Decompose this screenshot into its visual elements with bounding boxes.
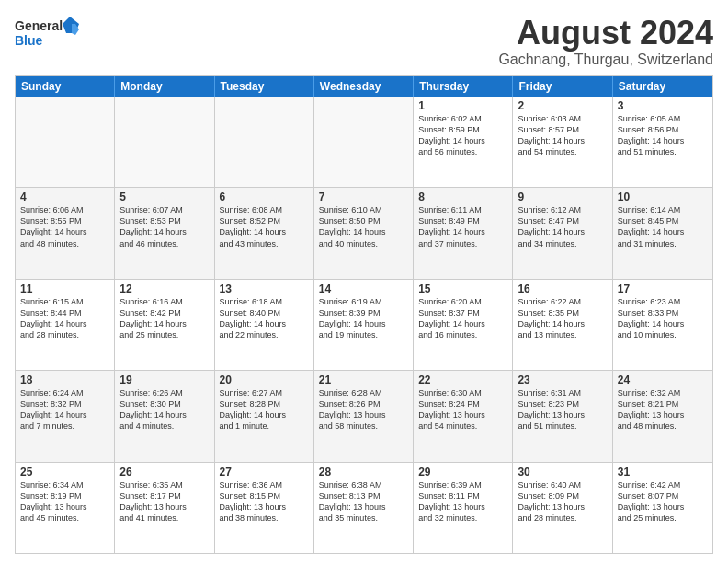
day-info-31: Sunrise: 6:42 AMSunset: 8:07 PMDaylight:… <box>618 479 708 524</box>
header-tuesday: Tuesday <box>215 76 314 97</box>
day-number-27: 27 <box>220 465 309 478</box>
calendar-header: Sunday Monday Tuesday Wednesday Thursday… <box>16 76 712 97</box>
day-number-17: 17 <box>618 282 708 295</box>
header-monday: Monday <box>115 76 214 97</box>
day-number-19: 19 <box>119 373 209 386</box>
day-cell-12: 12Sunrise: 6:16 AMSunset: 8:42 PMDayligh… <box>115 280 214 370</box>
day-cell-23: 23Sunrise: 6:31 AMSunset: 8:23 PMDayligh… <box>513 371 612 461</box>
day-info-4: Sunrise: 6:06 AMSunset: 8:55 PMDaylight:… <box>20 204 109 249</box>
day-cell-8: 8Sunrise: 6:11 AMSunset: 8:49 PMDaylight… <box>414 188 513 278</box>
day-number-26: 26 <box>119 465 209 478</box>
day-cell-5: 5Sunrise: 6:07 AMSunset: 8:53 PMDaylight… <box>115 188 214 278</box>
day-info-23: Sunrise: 6:31 AMSunset: 8:23 PMDaylight:… <box>518 387 607 432</box>
day-number-5: 5 <box>119 190 209 203</box>
day-cell-13: 13Sunrise: 6:18 AMSunset: 8:40 PMDayligh… <box>215 280 314 370</box>
day-info-16: Sunrise: 6:22 AMSunset: 8:35 PMDaylight:… <box>518 296 607 341</box>
day-number-16: 16 <box>518 282 607 295</box>
day-number-8: 8 <box>418 190 507 203</box>
day-cell-1: 1Sunrise: 6:02 AMSunset: 8:59 PMDaylight… <box>414 97 513 187</box>
day-cell-29: 29Sunrise: 6:39 AMSunset: 8:11 PMDayligh… <box>414 463 513 553</box>
svg-text:Blue: Blue <box>15 33 43 48</box>
day-info-13: Sunrise: 6:18 AMSunset: 8:40 PMDaylight:… <box>220 296 309 341</box>
day-info-24: Sunrise: 6:32 AMSunset: 8:21 PMDaylight:… <box>618 387 708 432</box>
day-number-13: 13 <box>220 282 309 295</box>
day-info-30: Sunrise: 6:40 AMSunset: 8:09 PMDaylight:… <box>518 479 607 524</box>
header-friday: Friday <box>513 76 612 97</box>
day-cell-18: 18Sunrise: 6:24 AMSunset: 8:32 PMDayligh… <box>16 371 115 461</box>
calendar: Sunday Monday Tuesday Wednesday Thursday… <box>15 75 713 554</box>
day-number-2: 2 <box>518 99 607 112</box>
day-info-25: Sunrise: 6:34 AMSunset: 8:19 PMDaylight:… <box>20 479 109 524</box>
day-number-3: 3 <box>618 99 708 112</box>
day-number-20: 20 <box>220 373 309 386</box>
day-cell-27: 27Sunrise: 6:36 AMSunset: 8:15 PMDayligh… <box>215 463 314 553</box>
day-number-10: 10 <box>618 190 708 203</box>
empty-cell-w0c3 <box>314 97 414 187</box>
day-info-11: Sunrise: 6:15 AMSunset: 8:44 PMDaylight:… <box>20 296 109 341</box>
day-info-7: Sunrise: 6:10 AMSunset: 8:50 PMDaylight:… <box>319 204 408 249</box>
day-cell-10: 10Sunrise: 6:14 AMSunset: 8:45 PMDayligh… <box>613 188 712 278</box>
day-cell-24: 24Sunrise: 6:32 AMSunset: 8:21 PMDayligh… <box>613 371 712 461</box>
day-info-18: Sunrise: 6:24 AMSunset: 8:32 PMDaylight:… <box>20 387 109 432</box>
day-cell-3: 3Sunrise: 6:05 AMSunset: 8:56 PMDaylight… <box>613 97 712 187</box>
day-info-3: Sunrise: 6:05 AMSunset: 8:56 PMDaylight:… <box>618 113 708 158</box>
day-cell-22: 22Sunrise: 6:30 AMSunset: 8:24 PMDayligh… <box>414 371 513 461</box>
day-info-17: Sunrise: 6:23 AMSunset: 8:33 PMDaylight:… <box>618 296 708 341</box>
day-cell-15: 15Sunrise: 6:20 AMSunset: 8:37 PMDayligh… <box>414 280 513 370</box>
day-cell-9: 9Sunrise: 6:12 AMSunset: 8:47 PMDaylight… <box>513 188 612 278</box>
empty-cell-w0c2 <box>215 97 314 187</box>
day-number-15: 15 <box>418 282 507 295</box>
header-saturday: Saturday <box>613 76 712 97</box>
day-cell-11: 11Sunrise: 6:15 AMSunset: 8:44 PMDayligh… <box>16 280 115 370</box>
day-number-7: 7 <box>319 190 408 203</box>
location-title: Gachnang, Thurgau, Switzerland <box>498 52 713 68</box>
day-info-28: Sunrise: 6:38 AMSunset: 8:13 PMDaylight:… <box>319 479 408 524</box>
day-number-31: 31 <box>618 465 708 478</box>
day-info-27: Sunrise: 6:36 AMSunset: 8:15 PMDaylight:… <box>220 479 309 524</box>
empty-cell-w0c1 <box>115 97 214 187</box>
svg-text:General: General <box>15 18 63 33</box>
day-number-18: 18 <box>20 373 109 386</box>
week-5: 25Sunrise: 6:34 AMSunset: 8:19 PMDayligh… <box>16 462 712 553</box>
day-cell-28: 28Sunrise: 6:38 AMSunset: 8:13 PMDayligh… <box>314 463 414 553</box>
day-number-24: 24 <box>618 373 708 386</box>
day-cell-19: 19Sunrise: 6:26 AMSunset: 8:30 PMDayligh… <box>115 371 214 461</box>
page: General Blue August 2024 Gachnang, Thurg… <box>0 0 728 563</box>
week-1: 1Sunrise: 6:02 AMSunset: 8:59 PMDaylight… <box>16 97 712 187</box>
day-info-19: Sunrise: 6:26 AMSunset: 8:30 PMDaylight:… <box>119 387 209 432</box>
day-cell-20: 20Sunrise: 6:27 AMSunset: 8:28 PMDayligh… <box>215 371 314 461</box>
day-info-2: Sunrise: 6:03 AMSunset: 8:57 PMDaylight:… <box>518 113 607 158</box>
logo-svg: General Blue <box>15 15 79 52</box>
day-info-21: Sunrise: 6:28 AMSunset: 8:26 PMDaylight:… <box>319 387 408 432</box>
header-thursday: Thursday <box>414 76 513 97</box>
day-info-29: Sunrise: 6:39 AMSunset: 8:11 PMDaylight:… <box>418 479 507 524</box>
week-4: 18Sunrise: 6:24 AMSunset: 8:32 PMDayligh… <box>16 370 712 461</box>
day-number-9: 9 <box>518 190 607 203</box>
header-sunday: Sunday <box>16 76 115 97</box>
day-info-26: Sunrise: 6:35 AMSunset: 8:17 PMDaylight:… <box>119 479 209 524</box>
day-cell-6: 6Sunrise: 6:08 AMSunset: 8:52 PMDaylight… <box>215 188 314 278</box>
day-info-15: Sunrise: 6:20 AMSunset: 8:37 PMDaylight:… <box>418 296 507 341</box>
day-cell-7: 7Sunrise: 6:10 AMSunset: 8:50 PMDaylight… <box>314 188 414 278</box>
day-number-12: 12 <box>119 282 209 295</box>
day-number-30: 30 <box>518 465 607 478</box>
day-info-14: Sunrise: 6:19 AMSunset: 8:39 PMDaylight:… <box>319 296 408 341</box>
day-cell-25: 25Sunrise: 6:34 AMSunset: 8:19 PMDayligh… <box>16 463 115 553</box>
day-number-14: 14 <box>319 282 408 295</box>
day-number-21: 21 <box>319 373 408 386</box>
day-number-22: 22 <box>418 373 507 386</box>
day-info-6: Sunrise: 6:08 AMSunset: 8:52 PMDaylight:… <box>220 204 309 249</box>
week-2: 4Sunrise: 6:06 AMSunset: 8:55 PMDaylight… <box>16 187 712 278</box>
header-wednesday: Wednesday <box>314 76 414 97</box>
day-cell-26: 26Sunrise: 6:35 AMSunset: 8:17 PMDayligh… <box>115 463 214 553</box>
day-number-28: 28 <box>319 465 408 478</box>
day-info-9: Sunrise: 6:12 AMSunset: 8:47 PMDaylight:… <box>518 204 607 249</box>
day-cell-17: 17Sunrise: 6:23 AMSunset: 8:33 PMDayligh… <box>613 280 712 370</box>
day-cell-14: 14Sunrise: 6:19 AMSunset: 8:39 PMDayligh… <box>314 280 414 370</box>
calendar-body: 1Sunrise: 6:02 AMSunset: 8:59 PMDaylight… <box>16 97 712 553</box>
day-cell-2: 2Sunrise: 6:03 AMSunset: 8:57 PMDaylight… <box>513 97 612 187</box>
logo: General Blue <box>15 15 79 52</box>
day-number-29: 29 <box>418 465 507 478</box>
title-block: August 2024 Gachnang, Thurgau, Switzerla… <box>498 15 713 68</box>
day-info-5: Sunrise: 6:07 AMSunset: 8:53 PMDaylight:… <box>119 204 209 249</box>
